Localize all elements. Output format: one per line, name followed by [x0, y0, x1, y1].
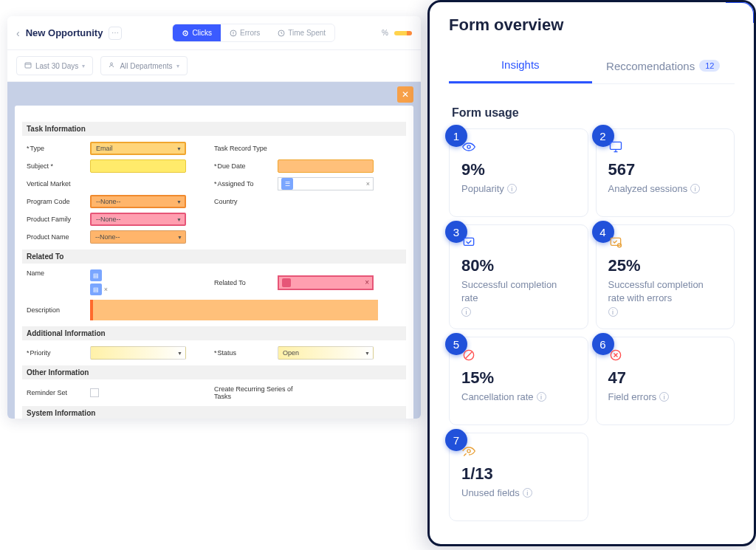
field-assigned-to[interactable]: ☰ ×: [278, 177, 374, 190]
info-icon[interactable]: i: [461, 307, 471, 317]
field-name[interactable]: ▤ ▤ ×: [90, 269, 108, 295]
department-label: All Departments: [120, 62, 172, 70]
svg-rect-5: [25, 63, 31, 68]
people-icon: [109, 61, 116, 70]
label-subject: Subject *: [27, 162, 86, 170]
form-preview-area: ✕ Task Information Type Email Task Recor…: [7, 82, 421, 419]
metric-label: Unused fields i: [461, 487, 576, 500]
tab-time-spent[interactable]: Time Spent: [269, 24, 334, 41]
info-icon[interactable]: i: [608, 307, 618, 317]
record-token-icon: ▤: [90, 269, 102, 281]
clear-icon[interactable]: ×: [365, 278, 369, 286]
metric-value: 1/13: [461, 464, 576, 484]
filter-bar: Last 30 Days ▾ All Departments ▾: [7, 50, 421, 82]
info-icon[interactable]: i: [690, 184, 700, 193]
metric-analyzed-sessions[interactable]: 2 567 Analyzed sessions i: [596, 128, 735, 217]
label-priority: Priority: [27, 349, 86, 357]
tab-errors[interactable]: Errors: [221, 24, 269, 41]
info-icon[interactable]: i: [659, 392, 669, 402]
svg-point-7: [467, 145, 470, 148]
chevron-down-icon: ▾: [82, 63, 85, 69]
form-card: Task Information Type Email Task Record …: [15, 106, 413, 419]
close-icon: ✕: [402, 89, 409, 100]
overview-tabs: Insights Reccomendations 12: [449, 49, 735, 84]
metrics-grid-row2: 7 1/13 Unused fields i: [449, 433, 735, 521]
field-status[interactable]: Open: [278, 346, 374, 360]
metric-value: 567: [608, 160, 723, 179]
clear-icon[interactable]: ×: [366, 180, 370, 188]
metric-popularity[interactable]: 1 9% Popularity i: [449, 128, 588, 217]
label-product-name: Product Name: [27, 233, 86, 241]
clear-icon[interactable]: ×: [104, 286, 108, 293]
svg-rect-9: [464, 238, 473, 245]
metric-label: Popularity i: [461, 182, 576, 196]
metric-field-errors[interactable]: 6 47 Field errors i: [596, 337, 735, 425]
eye-icon: [461, 140, 476, 154]
metric-label: Successful completion rate with errors i: [608, 278, 723, 317]
field-program-code[interactable]: --None--: [90, 195, 186, 208]
info-icon[interactable]: i: [537, 392, 546, 402]
label-reminder-set: Reminder Set: [27, 389, 86, 396]
heatmap-legend: [394, 31, 412, 35]
tab-recommendations[interactable]: Reccomendations 12: [592, 49, 735, 83]
chevron-down-icon: ▾: [176, 63, 179, 69]
page-title: New Opportunity: [26, 27, 103, 38]
slash-circle-icon: [461, 348, 476, 362]
shield-check-icon: [461, 236, 476, 250]
info-icon[interactable]: i: [507, 184, 517, 193]
record-token-icon: [282, 278, 291, 287]
section-other-info: Other Information: [22, 365, 406, 379]
errors-icon: [230, 30, 237, 37]
back-chevron-icon[interactable]: ‹: [16, 27, 20, 39]
label-type: Type: [27, 145, 86, 152]
field-description[interactable]: [90, 300, 378, 320]
clicks-icon: [182, 30, 189, 37]
app-header: ‹ New Opportunity ⋯ Clicks Errors Time S: [7, 16, 421, 50]
recommendations-count-badge: 12: [699, 60, 720, 72]
x-circle-icon: [608, 348, 623, 362]
metric-completion-with-errors[interactable]: 4 25% Successful completion rate with er…: [596, 224, 735, 329]
label-related-to: Related To: [214, 279, 273, 286]
checkbox-reminder-set[interactable]: [90, 388, 99, 397]
label-status: Status: [214, 349, 273, 357]
calendar-icon: [24, 61, 32, 70]
metric-label: Field errors i: [608, 391, 723, 404]
svg-point-3: [233, 34, 233, 35]
label-assigned-to: Assigned To: [214, 180, 273, 188]
label-create-recurring: Create Recurring Series of Tasks: [214, 385, 295, 400]
metric-label: Analyzed sessions i: [608, 182, 723, 196]
label-name: Name: [27, 269, 86, 277]
metric-cancellation-rate[interactable]: 5 15% Cancellation rate i: [449, 337, 588, 425]
tab-insights[interactable]: Insights: [449, 49, 592, 83]
tab-errors-label: Errors: [240, 29, 260, 37]
field-subject[interactable]: [90, 159, 186, 173]
field-due-date[interactable]: [278, 159, 374, 173]
tab-time-label: Time Spent: [288, 29, 326, 37]
form-overview-panel: Form overview Insights Reccomendations 1…: [427, 0, 756, 546]
date-range-label: Last 30 Days: [35, 62, 78, 70]
tab-clicks-label: Clicks: [192, 29, 212, 37]
metric-unused-fields[interactable]: 7 1/13 Unused fields i: [449, 433, 588, 521]
section-system-info: System Information: [22, 406, 406, 419]
metric-value: 15%: [461, 368, 576, 388]
field-priority[interactable]: [90, 346, 186, 360]
section-form-usage: Form usage: [452, 106, 735, 120]
metric-label: Successful completion rate i: [461, 278, 576, 317]
tab-insights-label: Insights: [501, 58, 540, 71]
label-product-family: Product Family: [27, 216, 86, 223]
svg-point-1: [185, 32, 186, 34]
date-range-filter[interactable]: Last 30 Days ▾: [16, 56, 93, 75]
tab-clicks[interactable]: Clicks: [173, 24, 221, 41]
analytics-app-window: ‹ New Opportunity ⋯ Clicks Errors Time S: [7, 16, 421, 419]
field-product-family[interactable]: --None--: [90, 213, 186, 226]
metric-completion-rate[interactable]: 3 80% Successful completion rate i: [449, 224, 588, 329]
close-button[interactable]: ✕: [397, 86, 413, 103]
clock-icon: [278, 30, 285, 37]
department-filter[interactable]: All Departments ▾: [100, 56, 187, 75]
field-type[interactable]: Email: [90, 142, 186, 155]
more-menu-button[interactable]: ⋯: [109, 27, 122, 40]
info-icon[interactable]: i: [523, 488, 532, 498]
metric-value: 47: [608, 368, 723, 388]
field-product-name[interactable]: --None--: [90, 230, 186, 244]
field-related-to[interactable]: ×: [278, 275, 374, 290]
